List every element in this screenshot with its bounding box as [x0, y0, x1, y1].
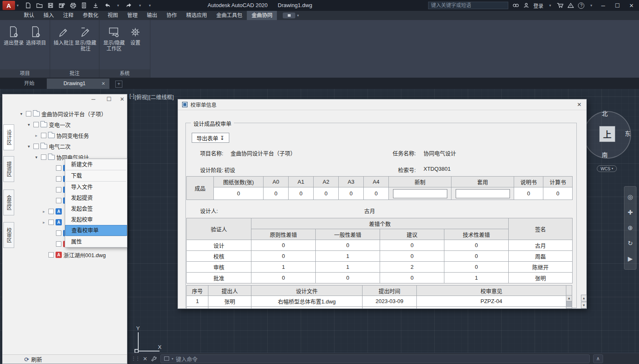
- new-tab-button[interactable]: +: [115, 81, 122, 88]
- checkbox[interactable]: [56, 198, 61, 203]
- refresh-label[interactable]: 刷新: [31, 355, 42, 363]
- pan-icon[interactable]: ✚: [628, 209, 633, 216]
- refresh-icon[interactable]: ⟳: [24, 356, 29, 363]
- viewport-control-visual-style[interactable]: [二维线框]: [149, 93, 174, 101]
- user-icon[interactable]: [523, 3, 529, 8]
- tree-row[interactable]: ▾金曲协同设计平台（子项）: [15, 108, 127, 119]
- ribbon-collapse-icon[interactable]: ▾: [297, 13, 299, 18]
- search-binoculars-icon[interactable]: [512, 3, 519, 8]
- logout-button[interactable]: 退出登录: [3, 23, 25, 46]
- new-file-icon[interactable]: [25, 2, 31, 9]
- ribbon-tab-default[interactable]: 默认: [19, 11, 39, 20]
- menu-item-initiate-submit[interactable]: 发起提资: [65, 192, 127, 203]
- comment-table-scrollbar[interactable]: ▲: [566, 285, 572, 308]
- help-icon[interactable]: ?: [578, 3, 584, 9]
- ribbon-tab-view[interactable]: 视图: [103, 11, 123, 20]
- close-button[interactable]: ✕: [626, 3, 636, 9]
- panel-group-label-annotation[interactable]: 批注: [50, 69, 99, 78]
- panel-group-label-project[interactable]: 项目: [0, 69, 50, 78]
- side-tab-submit[interactable]: 提资区: [3, 156, 14, 182]
- signin-dropdown-icon[interactable]: ▾: [549, 3, 551, 8]
- command-history-toggle[interactable]: ∧: [593, 354, 603, 363]
- menu-item-new-file[interactable]: 新建文件: [65, 159, 127, 170]
- ribbon-tab-collaborate[interactable]: 协作: [162, 11, 182, 20]
- insert-annotation-button[interactable]: 插入批注: [53, 23, 75, 46]
- ribbon-tab-featured-apps[interactable]: 精选应用: [182, 11, 212, 20]
- reuse-count-input[interactable]: [456, 189, 510, 198]
- tree-row[interactable]: A浙江湖州001.dwg: [15, 249, 127, 260]
- menu-item-initiate-review[interactable]: 发起校审: [65, 214, 127, 225]
- tree-row[interactable]: ▾电气二次: [15, 141, 127, 152]
- viewport-control-view[interactable]: [俯视]: [135, 93, 149, 101]
- side-tab-design[interactable]: 设计区: [3, 124, 14, 150]
- viewport-control-menu[interactable]: [-]: [129, 93, 134, 101]
- search-input[interactable]: [428, 2, 508, 9]
- expand-icon[interactable]: ▾: [26, 122, 32, 127]
- toggle-annotation-button[interactable]: 显示/隐藏批注: [75, 23, 97, 52]
- qat-dropdown-icon[interactable]: ▾: [149, 3, 151, 8]
- zoom-icon[interactable]: ⊕: [628, 224, 633, 232]
- expand-icon[interactable]: ▾: [33, 155, 39, 159]
- help-dropdown-icon[interactable]: ▾: [590, 3, 592, 8]
- compass-north[interactable]: 北: [602, 109, 608, 117]
- scroll-thumb[interactable]: [566, 301, 572, 307]
- file-tab-start[interactable]: 开始: [12, 78, 47, 89]
- minimize-button[interactable]: ─: [598, 3, 608, 9]
- checkbox[interactable]: [48, 252, 54, 258]
- ribbon-tab-jinqu-collab[interactable]: 金曲协同: [247, 11, 277, 20]
- command-close-icon[interactable]: ✕: [143, 356, 147, 362]
- command-input[interactable]: ▾ 键入命令: [160, 354, 590, 363]
- checkbox[interactable]: [56, 187, 61, 192]
- redo-icon[interactable]: [125, 2, 133, 9]
- palette-title-bar[interactable]: ─ ☐ ✕: [3, 94, 127, 105]
- tree-row[interactable]: ▸协同变电任务: [15, 130, 127, 141]
- palette-minimize-icon[interactable]: ─: [91, 96, 95, 102]
- checkbox[interactable]: [56, 241, 61, 247]
- toggle-workspace-button[interactable]: 显示/隐藏工作区: [102, 23, 126, 52]
- open-folder-icon[interactable]: [36, 2, 43, 9]
- checkbox[interactable]: [56, 230, 61, 236]
- checkbox[interactable]: [33, 122, 39, 127]
- undo-dropdown-icon[interactable]: ▾: [117, 3, 119, 8]
- settings-button[interactable]: 设置: [126, 23, 145, 46]
- new-count-input[interactable]: [393, 189, 447, 198]
- orbit-icon[interactable]: ↻: [628, 240, 633, 247]
- menu-item-import-file[interactable]: 导入文件: [65, 182, 127, 192]
- compass-south[interactable]: 南: [602, 150, 608, 159]
- checkbox[interactable]: [48, 220, 54, 225]
- save-as-icon[interactable]: [58, 2, 65, 9]
- expand-icon[interactable]: ▾: [26, 144, 32, 149]
- ribbon-tab-output[interactable]: 输出: [142, 11, 162, 20]
- ribbon-tab-annotate[interactable]: 注释: [58, 11, 78, 20]
- ribbon-tab-insert[interactable]: 插入: [39, 11, 58, 20]
- file-tab-drawing1[interactable]: Drawing1 ✕: [47, 78, 109, 89]
- ribbon-tab-parametric[interactable]: 参数化: [78, 11, 103, 20]
- export-form-button[interactable]: 导出表单↧: [192, 133, 229, 143]
- dialog-scroll-down-button[interactable]: ▼: [581, 302, 587, 308]
- dialog-title-bar[interactable]: 校审单信息 ✕: [178, 99, 586, 110]
- checkbox[interactable]: [56, 176, 61, 182]
- checkbox[interactable]: [33, 144, 39, 149]
- file-tab-close-icon[interactable]: ✕: [101, 78, 105, 89]
- ribbon-options-pill[interactable]: [283, 13, 295, 18]
- side-tab-countersign[interactable]: 会签区: [3, 190, 14, 215]
- ribbon-tab-manage[interactable]: 管理: [123, 11, 142, 20]
- checkbox[interactable]: [41, 154, 46, 160]
- collapse-icon[interactable]: ▸: [41, 220, 47, 225]
- publish-icon[interactable]: [92, 2, 99, 9]
- dialog-close-icon[interactable]: ✕: [576, 101, 583, 109]
- palette-maximize-icon[interactable]: ☐: [106, 96, 112, 102]
- checkbox[interactable]: [48, 209, 54, 214]
- show-motion-icon[interactable]: ▶: [628, 255, 633, 263]
- checkbox[interactable]: [26, 111, 31, 116]
- command-dropdown-icon[interactable]: ▾: [172, 357, 173, 361]
- redo-dropdown-icon[interactable]: ▾: [139, 3, 141, 8]
- autocad-logo[interactable]: A: [3, 1, 15, 10]
- collapse-icon[interactable]: ▸: [41, 209, 47, 214]
- wcs-selector[interactable]: WCS ▾: [597, 165, 617, 172]
- view-cube-top-face[interactable]: 上: [599, 126, 615, 142]
- maximize-button[interactable]: ☐: [612, 3, 622, 9]
- dialog-scroll-up-button[interactable]: ▲: [581, 295, 587, 301]
- command-bar-grip[interactable]: ⋮⋮: [131, 356, 139, 361]
- panel-group-label-system[interactable]: 系统: [99, 69, 150, 78]
